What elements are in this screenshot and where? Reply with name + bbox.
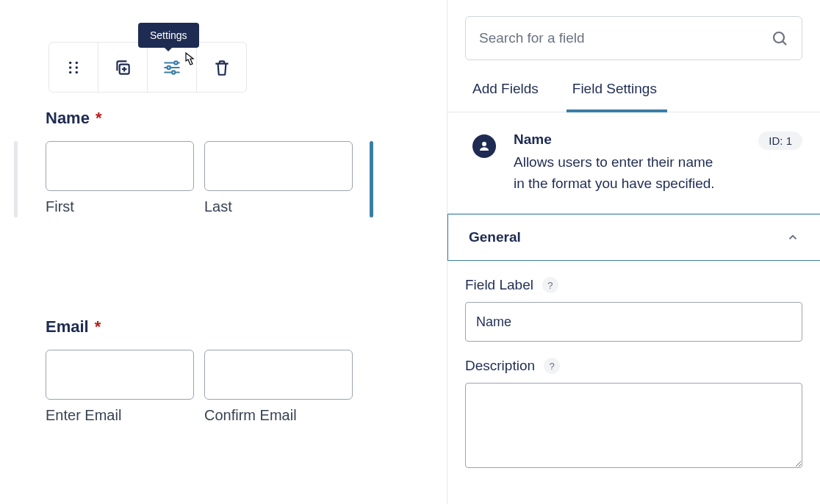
search-input[interactable] [479, 30, 771, 46]
help-icon[interactable]: ? [544, 358, 560, 374]
accordion-general[interactable]: General [447, 214, 820, 261]
field-label-input[interactable] [465, 302, 802, 342]
svg-point-3 [76, 66, 78, 68]
svg-point-11 [168, 65, 170, 68]
search-field-box[interactable] [465, 16, 802, 60]
svg-point-15 [482, 142, 486, 146]
enter-email-subfield: Enter Email [46, 350, 194, 424]
person-icon [472, 134, 496, 158]
email-field-label: Email* [46, 317, 353, 336]
svg-point-12 [172, 71, 175, 73]
sliders-icon [162, 58, 181, 77]
svg-line-14 [783, 41, 786, 45]
field-toolbar [48, 42, 247, 93]
duplicate-button[interactable] [98, 43, 148, 92]
svg-point-1 [76, 61, 78, 63]
field-info-title: Name [514, 132, 741, 148]
svg-point-10 [174, 61, 177, 64]
name-field-block[interactable]: Name* First Last [46, 109, 353, 215]
enter-email-input[interactable] [46, 350, 194, 400]
tab-field-settings[interactable]: Field Settings [572, 81, 657, 112]
email-field-block[interactable]: Email* Enter Email Confirm Email [46, 317, 353, 424]
confirm-email-input[interactable] [204, 350, 353, 400]
svg-point-4 [69, 71, 71, 73]
field-info-desc: Allows users to enter their name in the … [514, 152, 727, 194]
svg-point-2 [69, 66, 71, 68]
svg-point-5 [76, 71, 78, 73]
email-field-row: Enter Email Confirm Email [46, 350, 353, 424]
help-icon[interactable]: ? [542, 277, 558, 293]
delete-button[interactable] [197, 43, 246, 92]
sidebar-tabs: Add Fields Field Settings [447, 60, 820, 112]
field-right-handle-active[interactable] [370, 141, 373, 217]
confirm-email-sublabel: Confirm Email [204, 407, 353, 424]
description-textarea[interactable] [465, 383, 802, 468]
description-label: Description ? [465, 358, 802, 374]
chevron-up-icon [786, 231, 799, 244]
drag-handle-button[interactable] [49, 43, 98, 92]
first-name-subfield: First [46, 141, 194, 215]
svg-point-13 [774, 32, 784, 43]
drag-handle-icon [64, 58, 83, 77]
field-label-label: Field Label ? [465, 277, 802, 293]
field-info-block: Name Allows users to enter their name in… [447, 112, 820, 214]
field-label-setting: Field Label ? [465, 277, 802, 342]
tab-add-fields[interactable]: Add Fields [472, 81, 539, 112]
confirm-email-subfield: Confirm Email [204, 350, 353, 424]
accordion-general-label: General [469, 229, 521, 245]
first-name-input[interactable] [46, 141, 194, 191]
form-editor-panel: Settings Name* First [0, 0, 447, 504]
name-field-label: Name* [46, 109, 353, 128]
tooltip-text: Settings [150, 29, 187, 41]
sidebar-panel: Add Fields Field Settings Name Allows us… [447, 0, 820, 504]
search-wrap [447, 0, 820, 60]
field-id-badge: ID: 1 [758, 132, 802, 150]
first-name-sublabel: First [46, 198, 194, 215]
last-name-sublabel: Last [204, 198, 353, 215]
required-asterisk: * [95, 317, 101, 336]
field-left-handle[interactable] [14, 141, 18, 217]
svg-point-0 [69, 61, 71, 63]
description-setting: Description ? [465, 358, 802, 471]
settings-tooltip: Settings [138, 23, 199, 48]
trash-icon [212, 58, 231, 77]
duplicate-icon [113, 58, 132, 77]
name-field-row: First Last [46, 141, 353, 215]
last-name-subfield: Last [204, 141, 353, 215]
settings-body: Field Label ? Description ? [447, 261, 820, 503]
search-icon [771, 29, 788, 47]
enter-email-sublabel: Enter Email [46, 407, 194, 424]
field-info-text: Name Allows users to enter their name in… [514, 132, 741, 194]
required-asterisk: * [96, 109, 102, 127]
last-name-input[interactable] [204, 141, 353, 191]
